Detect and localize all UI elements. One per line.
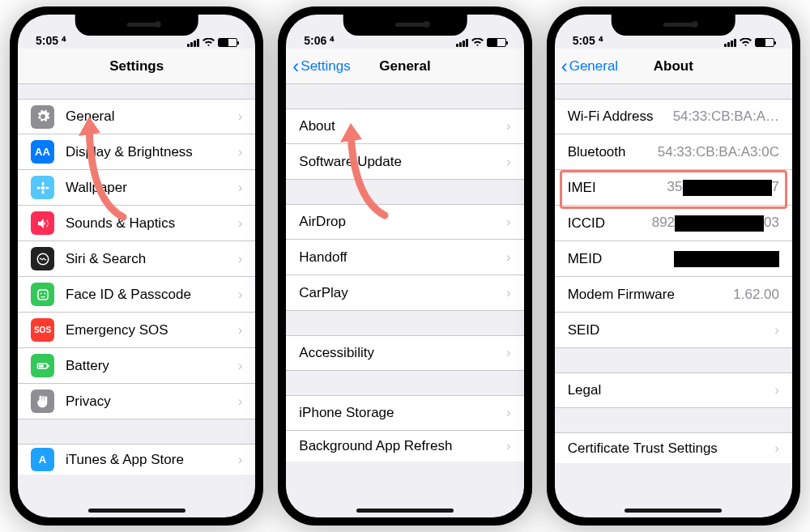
battery-icon bbox=[755, 38, 774, 47]
row-software-update[interactable]: Software Update› bbox=[286, 144, 523, 180]
svg-point-4 bbox=[45, 186, 49, 189]
row-legal[interactable]: Legal› bbox=[555, 372, 792, 408]
row-iphone-storage[interactable]: iPhone Storage› bbox=[286, 395, 523, 431]
about-row-wi-fi-address[interactable]: Wi-Fi Address54:33:CB:BA:A… bbox=[555, 99, 792, 134]
row-label: Sounds & Haptics bbox=[66, 215, 232, 232]
notch bbox=[343, 15, 467, 36]
settings-row-battery[interactable]: Battery› bbox=[18, 348, 255, 384]
row-accessibility[interactable]: Accessibility› bbox=[286, 335, 523, 371]
row-label: iTunes & App Store bbox=[66, 452, 232, 468]
face-icon bbox=[31, 283, 54, 306]
about-list[interactable]: Wi-Fi Address54:33:CB:BA:A…Bluetooth54:3… bbox=[555, 84, 792, 517]
wifi-icon bbox=[471, 38, 484, 47]
cellular-icon bbox=[456, 39, 468, 47]
row-value: 89203 bbox=[652, 215, 779, 232]
row-label: About bbox=[299, 118, 500, 134]
settings-row-general[interactable]: General› bbox=[18, 99, 255, 134]
chevron-right-icon: › bbox=[238, 109, 243, 125]
svg-rect-6 bbox=[38, 290, 48, 300]
siri-icon bbox=[31, 247, 54, 270]
chevron-right-icon: › bbox=[238, 215, 243, 232]
chevron-right-icon: › bbox=[774, 322, 779, 338]
row-background-app-refresh[interactable]: Background App Refresh› bbox=[286, 431, 523, 462]
phone-general: 5:06 ⁴ ‹ Settings General About›Software… bbox=[278, 6, 531, 526]
chevron-right-icon: › bbox=[238, 144, 243, 160]
back-button[interactable]: ‹ General bbox=[555, 57, 618, 76]
row-label: Legal bbox=[568, 382, 769, 398]
chevron-right-icon: › bbox=[506, 285, 511, 301]
chevron-right-icon: › bbox=[506, 118, 511, 134]
settings-row-itunes-app-store[interactable]: AiTunes & App Store› bbox=[18, 444, 255, 475]
svg-point-2 bbox=[41, 190, 44, 194]
sound-icon bbox=[31, 211, 54, 235]
row-label: Wallpaper bbox=[66, 180, 232, 196]
home-indicator[interactable] bbox=[625, 509, 722, 513]
settings-row-face-id-passcode[interactable]: Face ID & Passcode› bbox=[18, 277, 255, 313]
about-row-imei[interactable]: IMEI357 bbox=[555, 170, 792, 206]
row-label: AirDrop bbox=[299, 214, 500, 230]
row-label: Background App Refresh bbox=[299, 438, 500, 454]
home-indicator[interactable] bbox=[88, 509, 185, 513]
row-handoff[interactable]: Handoff› bbox=[286, 240, 523, 275]
phone-settings: 5:05 ⁴ Settings General›AADisplay & Brig… bbox=[10, 6, 263, 526]
page-title: Settings bbox=[18, 58, 255, 74]
chevron-right-icon: › bbox=[506, 438, 511, 454]
back-label: General bbox=[569, 58, 618, 74]
row-label: Handoff bbox=[299, 249, 500, 266]
row-label: Privacy bbox=[66, 394, 232, 410]
settings-list[interactable]: General›AADisplay & Brightness›Wallpaper… bbox=[18, 84, 255, 517]
chevron-right-icon: › bbox=[774, 440, 779, 457]
flower-icon bbox=[31, 176, 54, 199]
svg-point-1 bbox=[41, 181, 44, 185]
chevron-right-icon: › bbox=[506, 345, 511, 361]
redaction bbox=[675, 215, 764, 232]
chevron-left-icon: ‹ bbox=[292, 57, 299, 76]
gear-icon bbox=[31, 105, 54, 129]
cellular-icon bbox=[724, 39, 736, 47]
about-row-seid[interactable]: SEID› bbox=[555, 313, 792, 348]
status-time: 5:05 ⁴ bbox=[36, 34, 79, 47]
about-row-meid[interactable]: MEID bbox=[555, 241, 792, 277]
settings-row-siri-search[interactable]: Siri & Search› bbox=[18, 241, 255, 277]
chevron-left-icon: ‹ bbox=[561, 57, 568, 76]
chevron-right-icon: › bbox=[238, 358, 243, 374]
chevron-right-icon: › bbox=[238, 287, 243, 303]
row-label: Certificate Trust Settings bbox=[568, 440, 769, 457]
settings-row-emergency-sos[interactable]: SOSEmergency SOS› bbox=[18, 313, 255, 348]
notch bbox=[612, 15, 735, 36]
row-label: Accessibility bbox=[299, 345, 500, 361]
status-time: 5:06 ⁴ bbox=[304, 34, 347, 47]
row-label: General bbox=[66, 109, 232, 125]
row-value: 1.62.00 bbox=[733, 287, 779, 303]
row-airdrop[interactable]: AirDrop› bbox=[286, 204, 523, 240]
redaction bbox=[674, 251, 779, 267]
back-label: Settings bbox=[301, 58, 350, 74]
about-row-iccid[interactable]: ICCID89203 bbox=[555, 206, 792, 241]
about-row-bluetooth[interactable]: Bluetooth54:33:CB:BA:A3:0C bbox=[555, 134, 792, 170]
back-button[interactable]: ‹ Settings bbox=[286, 57, 350, 76]
home-indicator[interactable] bbox=[356, 509, 454, 513]
about-row-modem-firmware[interactable]: Modem Firmware1.62.00 bbox=[555, 277, 792, 313]
row-value bbox=[674, 250, 779, 267]
settings-row-sounds-haptics[interactable]: Sounds & Haptics› bbox=[18, 206, 255, 241]
battery-icon bbox=[218, 38, 237, 47]
status-time: 5:05 ⁴ bbox=[573, 34, 616, 47]
row-value: 357 bbox=[667, 179, 779, 196]
settings-row-display-brightness[interactable]: AADisplay & Brightness› bbox=[18, 134, 255, 170]
general-list[interactable]: About›Software Update› AirDrop›Handoff›C… bbox=[286, 84, 523, 517]
notch bbox=[75, 15, 198, 36]
settings-row-wallpaper[interactable]: Wallpaper› bbox=[18, 170, 255, 206]
row-about[interactable]: About› bbox=[286, 109, 523, 144]
redaction bbox=[683, 180, 772, 196]
screen: 5:05 ⁴ ‹ General About Wi-Fi Address54:3… bbox=[555, 15, 792, 517]
row-label: IMEI bbox=[568, 180, 661, 196]
battery-icon bbox=[31, 354, 54, 377]
svg-rect-10 bbox=[48, 364, 49, 367]
row-label: Face ID & Passcode bbox=[66, 287, 232, 303]
wifi-icon bbox=[740, 38, 752, 47]
row-certificate-trust-settings[interactable]: Certificate Trust Settings› bbox=[555, 432, 792, 463]
screen: 5:06 ⁴ ‹ Settings General About›Software… bbox=[286, 15, 523, 517]
row-carplay[interactable]: CarPlay› bbox=[286, 275, 523, 311]
chevron-right-icon: › bbox=[238, 180, 243, 196]
settings-row-privacy[interactable]: Privacy› bbox=[18, 384, 255, 419]
